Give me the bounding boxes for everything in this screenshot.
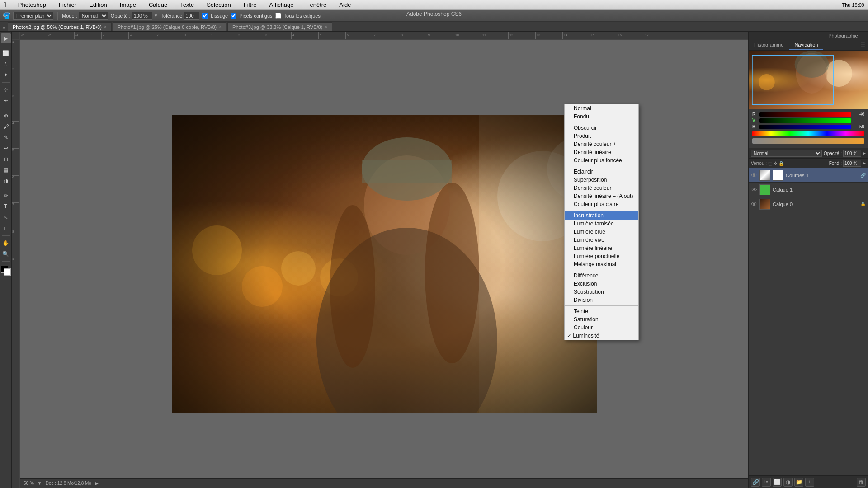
blend-lumiere-vive[interactable]: Lumière vive xyxy=(565,236,638,244)
canvas-area[interactable]: 50 % ▼ Doc : 12,8 Mo/12,8 Mo ▶ xyxy=(20,40,748,488)
tolerance-input[interactable] xyxy=(184,12,199,20)
lissage-checkbox[interactable] xyxy=(202,13,208,19)
blend-fondu[interactable]: Fondu xyxy=(565,113,638,121)
layer-calque1[interactable]: 👁 Calque 1 xyxy=(749,183,868,197)
blend-lumiere-crue[interactable]: Lumière crue xyxy=(565,228,638,236)
menu-selection[interactable]: Sélection xyxy=(204,1,233,8)
panel-menu-btn[interactable]: ☰ xyxy=(858,40,868,50)
hue-bar[interactable] xyxy=(752,131,864,136)
blend-normal[interactable]: Normal xyxy=(565,104,638,113)
blend-lumiere-ponctuelle[interactable]: Lumière ponctuelle xyxy=(565,252,638,260)
tool-clone[interactable]: ✎ xyxy=(1,132,11,142)
lock-move-icon[interactable]: ✛ xyxy=(774,161,777,166)
tab-photo2-close[interactable]: × xyxy=(104,24,107,29)
saturation-bar[interactable] xyxy=(752,138,864,144)
blend-difference[interactable]: Différence xyxy=(565,272,638,280)
menu-aide[interactable]: Aide xyxy=(336,1,354,8)
layer-opacity-stepper[interactable]: ▶ xyxy=(863,151,866,155)
blend-melange-maximal[interactable]: Mélange maximal xyxy=(565,260,638,268)
blend-couleur-claire[interactable]: Couleur plus claire xyxy=(565,200,638,208)
blend-soustraction[interactable]: Soustraction xyxy=(565,288,638,296)
menu-texte[interactable]: Texte xyxy=(177,1,197,8)
menu-filtre[interactable]: Filtre xyxy=(241,1,259,8)
tool-zoom[interactable]: 🔍 xyxy=(1,249,11,259)
lock-pixels-icon[interactable]: ⬚ xyxy=(768,161,772,166)
tab-close-all[interactable]: × xyxy=(0,25,8,31)
tool-lasso[interactable]: 𝐿 xyxy=(1,59,11,69)
adjustment-btn[interactable]: ◑ xyxy=(783,478,793,487)
g-bar[interactable] xyxy=(760,118,851,123)
blend-division[interactable]: Division xyxy=(565,296,638,304)
fill-input[interactable] xyxy=(843,160,861,167)
pixels-contigus-checkbox[interactable] xyxy=(231,13,236,19)
menu-fichier[interactable]: Fichier xyxy=(56,1,79,8)
tool-select[interactable]: ▶ xyxy=(1,33,11,43)
blend-incrustration[interactable]: Incrustration xyxy=(565,211,638,220)
tab-photo3[interactable]: Photo#3.jpg @ 33,3% (Calque 1, RVB/8) × xyxy=(227,22,332,31)
zoom-out-btn[interactable]: ▼ xyxy=(38,481,42,486)
tool-text[interactable]: T xyxy=(1,202,11,211)
blend-saturation[interactable]: Saturation xyxy=(565,315,638,324)
tool-shape[interactable]: □ xyxy=(1,223,11,233)
tab-navigation[interactable]: Navigation xyxy=(789,40,823,50)
tab-histogramme[interactable]: Histogramme xyxy=(749,40,789,50)
folder-btn[interactable]: 📁 xyxy=(794,478,803,487)
blend-mode-dropdown[interactable]: Normal Fondu Obscurcir Produit Densité c… xyxy=(564,104,639,340)
blend-densite-lineaire-ajout[interactable]: Densité linéaire – (Ajout) xyxy=(565,192,638,200)
menu-calque[interactable]: Calque xyxy=(146,1,170,8)
layer-opacity-input[interactable] xyxy=(843,150,861,157)
tool-heal[interactable]: ⊕ xyxy=(1,111,11,121)
delete-layer-btn[interactable]: 🗑 xyxy=(857,478,866,487)
fill-stepper[interactable]: ▶ xyxy=(863,161,866,165)
tool-gradient[interactable]: ▦ xyxy=(1,165,11,175)
tool-magic-wand[interactable]: ✦ xyxy=(1,70,11,80)
blend-couleur-foncee[interactable]: Couleur plus foncée xyxy=(565,156,638,164)
b-bar[interactable] xyxy=(760,125,851,129)
layers-mode-select[interactable]: Normal xyxy=(751,150,822,157)
menu-image[interactable]: Image xyxy=(117,1,139,8)
layer-calque0-visibility[interactable]: 👁 xyxy=(751,201,757,208)
blend-superposition[interactable]: Superposition xyxy=(565,176,638,184)
tool-dodge[interactable]: ◑ xyxy=(1,176,11,186)
blend-densite-couleur-plus[interactable]: Densité couleur + xyxy=(565,140,638,148)
blend-couleur[interactable]: Couleur xyxy=(565,324,638,332)
blend-produit[interactable]: Produit xyxy=(565,132,638,140)
opacity-stepper[interactable]: ▼ xyxy=(154,13,158,18)
layer-calque0[interactable]: 👁 Calque 0 🔒 xyxy=(749,197,868,211)
layer-courbes1[interactable]: 👁 Courbes 1 🔗 xyxy=(749,168,868,183)
opacity-input[interactable] xyxy=(132,12,152,20)
menu-photoshop[interactable]: Photoshop xyxy=(15,1,49,8)
layer-courbes1-visibility[interactable]: 👁 xyxy=(751,172,757,179)
menu-affichage[interactable]: Affichage xyxy=(267,1,297,8)
tous-calques-checkbox[interactable] xyxy=(275,13,281,19)
tab-photo2[interactable]: Photo#2.jpg @ 50% (Courbes 1, RVB/8) × xyxy=(8,22,112,31)
tab-photo1[interactable]: Photo#1.jpg @ 25% (Calque 0 copie, RVB/8… xyxy=(113,22,226,31)
tab-photo1-close[interactable]: × xyxy=(219,24,222,29)
tab-photo3-close[interactable]: × xyxy=(325,24,327,29)
blend-lumiere-tamisee[interactable]: Lumière tamisée xyxy=(565,220,638,228)
apple-logo-icon[interactable]:  xyxy=(4,1,6,9)
tool-marquee[interactable]: ⬜ xyxy=(1,48,11,58)
workspace-menu-icon[interactable]: ≡ xyxy=(862,33,864,38)
blend-obscurcir[interactable]: Obscurcir xyxy=(565,124,638,132)
fx-btn[interactable]: fx xyxy=(762,478,771,487)
add-mask-btn[interactable]: ⬜ xyxy=(773,478,782,487)
blend-teinte[interactable]: Teinte xyxy=(565,307,638,315)
layer-calque1-visibility[interactable]: 👁 xyxy=(751,186,757,193)
blend-eclaircir[interactable]: Eclaircir xyxy=(565,168,638,176)
tool-history-brush[interactable]: ↩ xyxy=(1,143,11,153)
blend-exclusion[interactable]: Exclusion xyxy=(565,280,638,288)
foreground-color[interactable] xyxy=(1,266,11,276)
new-layer-btn[interactable]: + xyxy=(805,478,814,487)
tool-eyedropper[interactable]: ✒ xyxy=(1,96,11,106)
premier-plan-select[interactable]: Premier plan xyxy=(13,12,53,20)
blend-densite-couleur-moins[interactable]: Densité couleur – xyxy=(565,184,638,192)
menu-fenetre[interactable]: Fenêtre xyxy=(304,1,330,8)
layer-courbes1-link[interactable]: 🔗 xyxy=(860,173,866,178)
tool-crop[interactable]: ⊹ xyxy=(1,85,11,95)
blend-luminosite[interactable]: ✓ Luminosité xyxy=(565,332,638,340)
tool-path-select[interactable]: ↖ xyxy=(1,212,11,222)
play-btn[interactable]: ▶ xyxy=(95,481,99,486)
tool-pen[interactable]: ✏ xyxy=(1,191,11,201)
link-layers-btn[interactable]: 🔗 xyxy=(751,478,760,487)
